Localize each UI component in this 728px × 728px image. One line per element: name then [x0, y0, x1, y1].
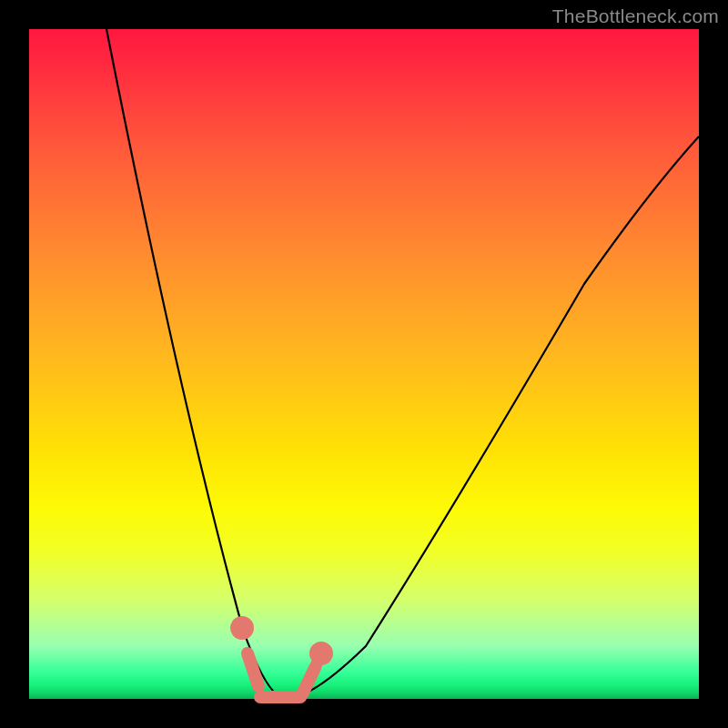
- chart-frame: TheBottleneck.com: [0, 0, 728, 728]
- marker-left-seg: [248, 653, 258, 686]
- chart-svg: [29, 29, 699, 699]
- curve-right: [286, 136, 699, 699]
- chart-plot-area: [29, 29, 699, 699]
- curve-left: [106, 29, 286, 699]
- marker-dot: [315, 647, 328, 660]
- watermark-text: TheBottleneck.com: [552, 5, 719, 27]
- markers-group: [236, 622, 328, 697]
- marker-dot: [236, 622, 248, 634]
